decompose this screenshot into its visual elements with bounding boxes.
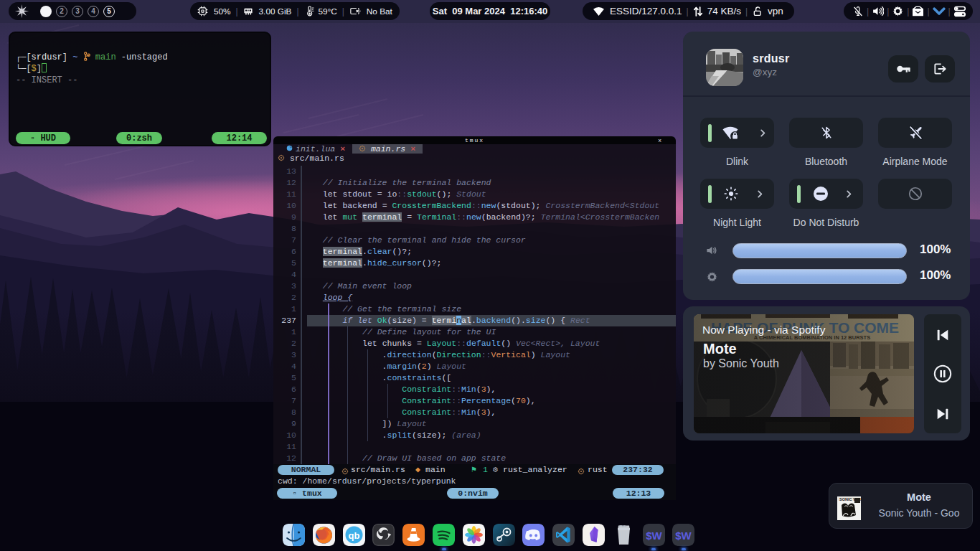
svg-text:$W: $W: [676, 529, 692, 542]
svg-text:qb: qb: [348, 530, 359, 541]
svg-text:$W: $W: [646, 529, 662, 542]
